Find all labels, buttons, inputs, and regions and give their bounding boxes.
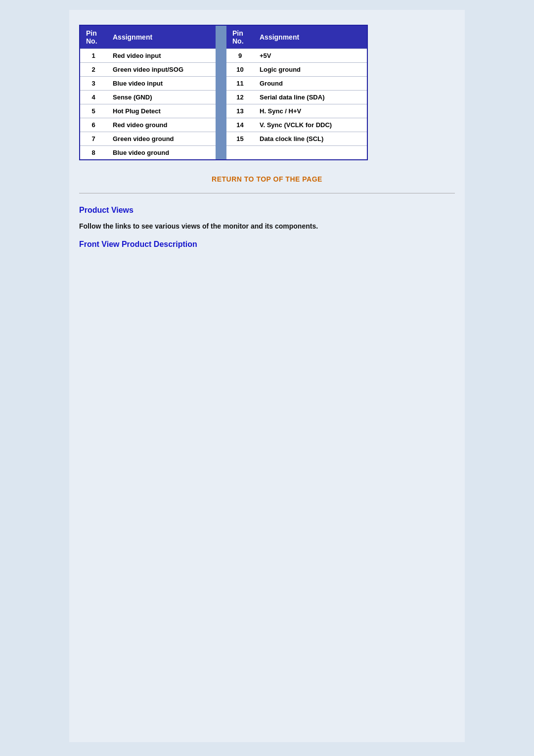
section-divider <box>79 193 455 193</box>
right-assignment: Logic ground <box>254 63 367 77</box>
right-assignment: Serial data line (SDA) <box>254 91 367 104</box>
left-pin-number: 1 <box>80 49 107 63</box>
left-pin-number: 7 <box>80 132 107 146</box>
product-views-section: Product Views Follow the links to see va… <box>79 206 455 249</box>
left-pin-number: 5 <box>80 104 107 118</box>
right-assignment: Data clock line (SCL) <box>254 132 367 146</box>
left-pin-number: 8 <box>80 146 107 160</box>
left-pin-number: 4 <box>80 91 107 104</box>
left-pin-no-header: Pin No. <box>80 25 107 49</box>
left-assignment: Blue video ground <box>107 146 216 160</box>
right-pin-number: 14 <box>226 118 254 132</box>
front-view-link[interactable]: Front View Product Description <box>79 240 197 248</box>
table-divider <box>216 118 226 132</box>
product-views-title[interactable]: Product Views <box>79 206 455 215</box>
divider-header <box>216 25 226 49</box>
left-pin-number: 3 <box>80 77 107 91</box>
right-assignment: H. Sync / H+V <box>254 104 367 118</box>
left-assignment: Red video ground <box>107 118 216 132</box>
table-divider <box>216 91 226 104</box>
right-pin-number: 15 <box>226 132 254 146</box>
table-divider <box>216 146 226 160</box>
left-assignment: Red video input <box>107 49 216 63</box>
content-area: Pin No. Assignment Pin No. Assignment 1R… <box>69 10 465 742</box>
right-assignment <box>254 146 367 160</box>
table-divider <box>216 63 226 77</box>
left-assignment: Sense (GND) <box>107 91 216 104</box>
right-assignment: V. Sync (VCLK for DDC) <box>254 118 367 132</box>
right-assignment: Ground <box>254 77 367 91</box>
table-divider <box>216 49 226 63</box>
left-pin-number: 6 <box>80 118 107 132</box>
right-pin-number: 13 <box>226 104 254 118</box>
right-pin-no-header: Pin No. <box>226 25 254 49</box>
left-assignment: Green video input/SOG <box>107 63 216 77</box>
left-assignment: Green video ground <box>107 132 216 146</box>
right-pin-number: 12 <box>226 91 254 104</box>
left-pin-number: 2 <box>80 63 107 77</box>
right-pin-number: 9 <box>226 49 254 63</box>
right-pin-number: 11 <box>226 77 254 91</box>
right-pin-number <box>226 146 254 160</box>
table-divider <box>216 77 226 91</box>
return-to-top-link[interactable]: RETURN TO TOP OF THE PAGE <box>212 175 322 183</box>
right-pin-number: 10 <box>226 63 254 77</box>
table-divider <box>216 132 226 146</box>
right-assignment-header: Assignment <box>254 25 367 49</box>
product-views-description: Follow the links to see various views of… <box>79 222 455 230</box>
pin-table-container: Pin No. Assignment Pin No. Assignment 1R… <box>79 25 455 160</box>
left-assignment-header: Assignment <box>107 25 216 49</box>
left-assignment: Hot Plug Detect <box>107 104 216 118</box>
left-assignment: Blue video input <box>107 77 216 91</box>
table-divider <box>216 104 226 118</box>
right-assignment: +5V <box>254 49 367 63</box>
page-wrapper: Pin No. Assignment Pin No. Assignment 1R… <box>0 0 534 756</box>
